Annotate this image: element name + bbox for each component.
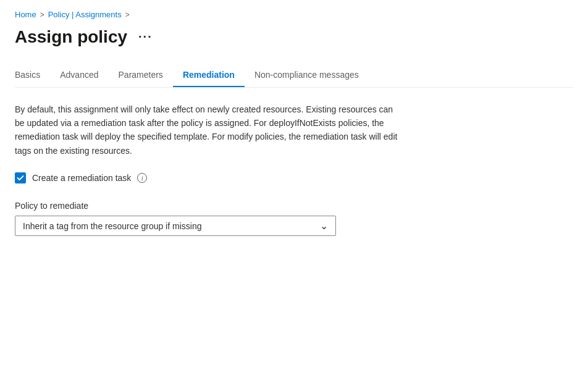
- page-title-row: Assign policy ···: [15, 27, 573, 48]
- tab-non-compliance[interactable]: Non-compliance messages: [245, 65, 369, 87]
- breadcrumb-policy-assignments[interactable]: Policy | Assignments: [48, 10, 122, 19]
- checkbox-label: Create a remediation task: [32, 173, 131, 183]
- breadcrumb: Home > Policy | Assignments >: [15, 10, 573, 19]
- breadcrumb-home[interactable]: Home: [15, 10, 36, 19]
- breadcrumb-separator-1: >: [40, 11, 44, 19]
- dropdown-selected-value: Inherit a tag from the resource group if…: [23, 221, 201, 231]
- policy-field-label: Policy to remediate: [15, 201, 573, 211]
- checkmark-icon: [17, 174, 24, 182]
- more-options-button[interactable]: ···: [135, 27, 156, 46]
- tab-remediation[interactable]: Remediation: [173, 65, 245, 87]
- info-icon[interactable]: i: [137, 173, 147, 183]
- remediation-content: By default, this assignment will only ta…: [15, 103, 573, 237]
- tab-parameters[interactable]: Parameters: [109, 65, 173, 87]
- breadcrumb-separator-2: >: [125, 11, 130, 19]
- remediation-task-checkbox[interactable]: [15, 172, 26, 183]
- remediation-description: By default, this assignment will only ta…: [15, 103, 398, 158]
- tab-basics[interactable]: Basics: [15, 65, 50, 87]
- checkbox-row: Create a remediation task i: [15, 172, 573, 183]
- chevron-down-icon: ⌄: [320, 220, 328, 232]
- tab-advanced[interactable]: Advanced: [50, 65, 108, 87]
- page-title: Assign policy: [15, 27, 127, 48]
- policy-remediate-dropdown[interactable]: Inherit a tag from the resource group if…: [15, 216, 336, 236]
- policy-remediate-field: Policy to remediate Inherit a tag from t…: [15, 201, 573, 236]
- page-container: Home > Policy | Assignments > Assign pol…: [0, 0, 588, 261]
- tabs-container: Basics Advanced Parameters Remediation N…: [15, 65, 573, 88]
